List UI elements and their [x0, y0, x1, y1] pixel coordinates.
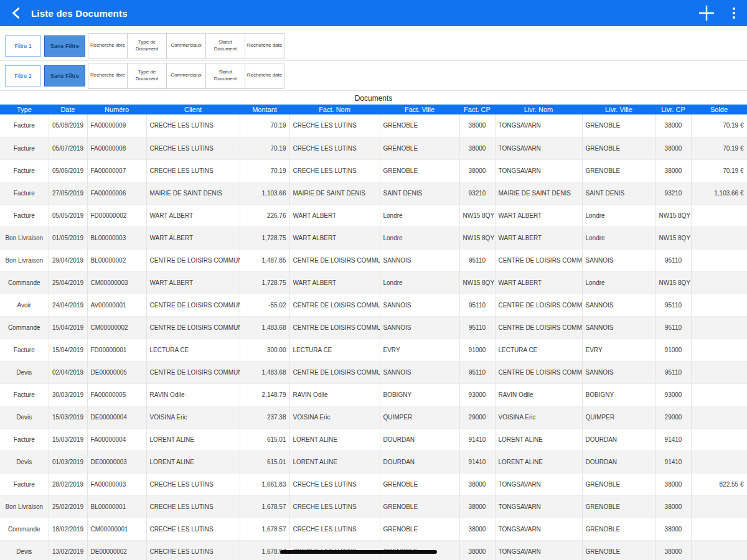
column-header[interactable]: Date	[49, 105, 87, 114]
filter-label-button[interactable]: Filtre 1	[5, 35, 41, 57]
table-cell: CENTRE DE LOISIRS COMMUNAL	[495, 316, 582, 338]
filter-option-button[interactable]: Statut Document	[205, 33, 245, 59]
app-bar-actions	[696, 2, 741, 24]
table-row[interactable]: Bon Livraison29/04/2019BL00000002CENTRE …	[0, 249, 747, 271]
table-cell: 1,103.66 €	[691, 182, 747, 204]
filter-option-button[interactable]: Statut Document	[205, 63, 245, 89]
column-header[interactable]: Client	[146, 105, 240, 114]
table-cell: CRECHE LES LUTINS	[289, 518, 380, 540]
table-row[interactable]: Facture30/03/2019FA00000005RAVIN Odile2,…	[0, 383, 747, 406]
table-cell: CRECHE LES LUTINS	[146, 159, 240, 182]
overflow-menu-button[interactable]	[727, 4, 741, 22]
table-cell: GRENOBLE	[380, 518, 459, 540]
column-header[interactable]: Fact. CP	[459, 105, 495, 114]
table-cell	[691, 338, 747, 361]
column-header[interactable]: Montant	[240, 105, 289, 114]
table-row[interactable]: Commande18/02/2019CM00000001CRECHE LES L…	[0, 518, 747, 540]
back-button[interactable]	[6, 2, 27, 24]
table-cell	[691, 450, 747, 473]
table-row[interactable]: Facture15/03/2019FA00000004LORENT ALINE6…	[0, 428, 747, 450]
table-cell: Bon Livraison	[0, 249, 49, 271]
table-cell: QUIMPER	[582, 406, 655, 428]
table-row[interactable]: Avoir24/04/2019AV00000001CENTRE DE LOISI…	[0, 294, 747, 316]
table-row[interactable]: Bon Livraison25/02/2019BL00000001CRECHE …	[0, 495, 747, 518]
table-cell: 95110	[655, 361, 691, 383]
filter-selected-button[interactable]: Sans Filtre	[44, 35, 85, 57]
table-cell: WART ALBERT	[495, 204, 582, 226]
table-cell: 2,148.79	[240, 383, 289, 406]
column-header[interactable]: Numéro	[87, 105, 146, 114]
table-row[interactable]: Bon Livraison01/05/2019BL00000003WART AL…	[0, 226, 747, 249]
table-cell: 15/04/2019	[49, 338, 87, 361]
table-cell: TONGSAVARN	[495, 540, 582, 560]
column-header[interactable]: Fact. Ville	[380, 105, 459, 114]
column-header[interactable]: Livr. Ville	[582, 105, 655, 114]
table-cell: 29000	[459, 406, 495, 428]
filter-option-button[interactable]: Recherche libre	[88, 63, 128, 89]
column-header[interactable]: Type	[0, 105, 49, 114]
table-row[interactable]: Facture05/08/2019FA00000009CRECHE LES LU…	[0, 114, 747, 137]
table-cell: 93000	[655, 383, 691, 406]
table-row[interactable]: Facture15/04/2019FD00000001LECTURA CE300…	[0, 338, 747, 361]
table-row[interactable]: Devis01/03/2019DE00000003LORENT ALINE615…	[0, 450, 747, 473]
table-row[interactable]: Commande25/04/2019CM00000003WART ALBERT1…	[0, 271, 747, 294]
filter-option-button[interactable]: Recherche date	[245, 33, 284, 59]
column-header[interactable]: Livr. Nom	[495, 105, 582, 114]
table-cell: FA00000003	[87, 473, 146, 495]
home-gesture-bar[interactable]	[280, 550, 437, 554]
table-cell: 05/08/2019	[49, 114, 87, 137]
table-cell: SANNOIS	[582, 316, 655, 338]
table-cell: 95110	[655, 294, 691, 316]
table-cell: LORENT ALINE	[289, 428, 380, 450]
table-cell: 91410	[459, 428, 495, 450]
table-cell: CRECHE LES LUTINS	[146, 495, 240, 518]
table-cell	[691, 271, 747, 294]
table-cell: 615.01	[240, 428, 289, 450]
table-cell: GRENOBLE	[582, 159, 655, 182]
table-cell: FD00000002	[87, 204, 146, 226]
table-cell: 95110	[459, 294, 495, 316]
filter-option-button[interactable]: Commerciaux	[166, 63, 206, 89]
table-cell: 70.19	[240, 159, 289, 182]
table-cell: SANNOIS	[582, 361, 655, 383]
column-header[interactable]: Fact. Nom	[289, 105, 380, 114]
filter-option-button[interactable]: Recherche libre	[88, 33, 128, 59]
table-cell: 25/04/2019	[49, 271, 87, 294]
table-cell: 237.38	[240, 406, 289, 428]
table-cell: TONGSAVARN	[495, 518, 582, 540]
table-row[interactable]: Facture05/05/2019FD00000002WART ALBERT22…	[0, 204, 747, 226]
table-cell: 38000	[459, 473, 495, 495]
filter-option-button[interactable]: Type de Document	[127, 33, 167, 59]
table-cell: GRENOBLE	[582, 495, 655, 518]
table-cell: LECTURA CE	[495, 338, 582, 361]
table-row[interactable]: Devis02/04/2019DE00000005CENTRE DE LOISI…	[0, 361, 747, 383]
table-cell: TONGSAVARN	[495, 114, 582, 137]
filter-option-button[interactable]: Type de Document	[127, 63, 167, 89]
table-cell: Londre	[380, 226, 459, 249]
table-row[interactable]: Facture28/02/2019FA00000003CRECHE LES LU…	[0, 473, 747, 495]
table-cell: CM00000001	[87, 518, 146, 540]
column-header[interactable]: Solde	[691, 105, 747, 114]
table-cell: SAINT DENIS	[380, 182, 459, 204]
filter-label-button[interactable]: Filtre 2	[5, 65, 41, 86]
table-cell: 38000	[655, 540, 691, 560]
table-cell: Devis	[0, 406, 49, 428]
add-document-button[interactable]	[696, 2, 717, 24]
table-cell: NW15 8QY	[655, 226, 691, 249]
filter-selected-button[interactable]: Sans Filtre	[44, 65, 85, 86]
table-row[interactable]: Devis15/03/2019DE00000004VOISINA Eric237…	[0, 406, 747, 428]
table-cell: 15/04/2019	[49, 316, 87, 338]
filter-option-button[interactable]: Commerciaux	[166, 33, 206, 59]
column-header[interactable]: Livr. CP	[655, 105, 691, 114]
filter-option-button[interactable]: Recherche date	[245, 63, 284, 89]
table-cell: 95110	[655, 249, 691, 271]
table-cell: Avoir	[0, 294, 49, 316]
table-row[interactable]: Commande15/04/2019CM00000002CENTRE DE LO…	[0, 316, 747, 338]
table-cell: NW15 8QY	[459, 226, 495, 249]
table-row[interactable]: Facture05/07/2019FA00000008CRECHE LES LU…	[0, 137, 747, 159]
table-cell: CENTRE DE LOISIRS COMMUNAL	[495, 249, 582, 271]
table-row[interactable]: Facture27/05/2019FA00000006MAIRIE DE SAI…	[0, 182, 747, 204]
table-cell: MAIRIE DE SAINT DENIS	[146, 182, 240, 204]
table-cell: 02/04/2019	[49, 361, 87, 383]
table-row[interactable]: Facture05/06/2019FA00000007CRECHE LES LU…	[0, 159, 747, 182]
